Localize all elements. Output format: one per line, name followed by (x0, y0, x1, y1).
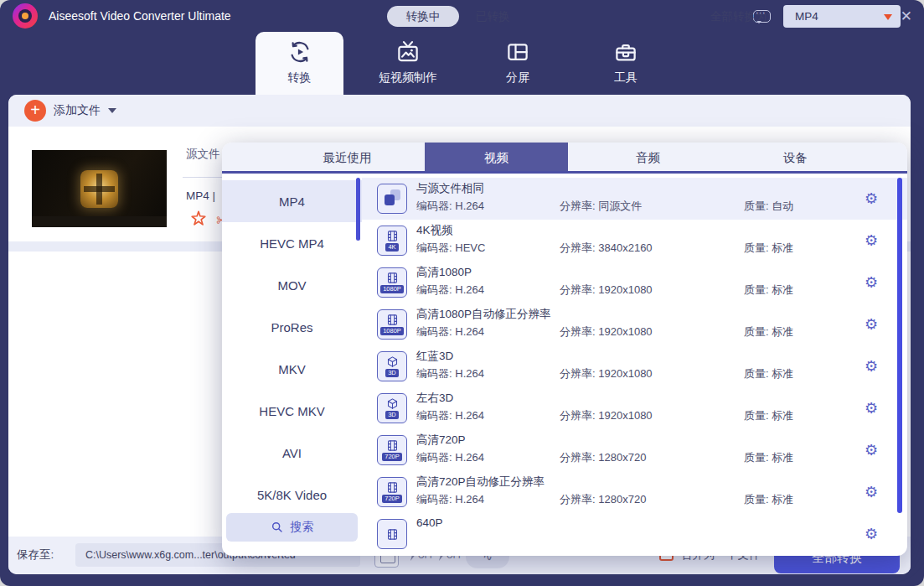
app-logo-icon (13, 3, 38, 29)
format-type-icon (377, 519, 407, 549)
format-option-row[interactable]: 720P 高清720P 编码器: H.264 分辨率: 1280x720 质量:… (362, 429, 907, 471)
chevron-down-icon (108, 108, 116, 117)
sidebar-format-item[interactable]: AVI (222, 432, 362, 474)
add-file-button[interactable]: + 添加文件 (24, 100, 116, 122)
format-type-icon: 4K (377, 226, 407, 256)
convert-icon (287, 39, 312, 65)
format-type-icon (377, 184, 407, 214)
tab-split-screen[interactable]: 分屏 (467, 32, 568, 95)
format-title: 高清720P (416, 433, 466, 448)
format-title: 红蓝3D (416, 349, 453, 364)
format-sidebar: MP4HEVC MP4MOVProResMKVHEVC MKVAVI5K/8K … (222, 174, 362, 556)
format-option-row[interactable]: 1080P 高清1080P自动修正分辨率 编码器: H.264 分辨率: 192… (362, 303, 907, 345)
format-type-icon: 720P (377, 435, 407, 465)
format-title: 高清720P自动修正分辨率 (416, 475, 545, 490)
gear-icon[interactable]: ⚙ (865, 189, 878, 207)
gear-icon[interactable]: ⚙ (865, 525, 878, 542)
popup-tab-device[interactable]: 设备 (724, 143, 867, 174)
format-type-icon: 720P (377, 477, 407, 507)
sidebar-format-item[interactable]: ProRes (222, 306, 362, 348)
format-option-row[interactable]: 720P 高清720P自动修正分辨率 编码器: H.264 分辨率: 1280x… (362, 471, 907, 513)
output-format-value: MP4 (795, 10, 884, 23)
format-list: 与源文件相同 编码器: H.264 分辨率: 同源文件 质量: 自动 ⚙ 4K … (362, 174, 907, 556)
format-option-row[interactable]: 3D 红蓝3D 编码器: H.264 分辨率: 1920x1080 质量: 标准… (362, 345, 907, 387)
format-picker-popup: 最近使用 视频 音频 设备 MP4HEVC MP4MOVProResMKVHEV… (222, 143, 907, 556)
format-type-icon: 1080P (377, 267, 407, 298)
thumbnail-emblem (80, 170, 118, 208)
format-option-row[interactable]: 1080P 高清1080P 编码器: H.264 分辨率: 1920x1080 … (362, 262, 907, 303)
thumbnail-bottom-bar (32, 216, 167, 227)
resolution-badge: 720P (382, 495, 402, 503)
sidebar-format-item[interactable]: MOV (222, 264, 362, 306)
format-title: 640P (416, 516, 443, 529)
format-option-row[interactable]: 3D 左右3D 编码器: H.264 分辨率: 1920x1080 质量: 标准… (362, 387, 907, 429)
plus-icon: + (24, 100, 46, 122)
list-scrollbar[interactable] (897, 178, 902, 513)
format-option-row[interactable]: 4K 4K视频 编码器: HEVC 分辨率: 3840x2160 质量: 标准 … (362, 220, 907, 262)
resolution-badge: 1080P (380, 327, 404, 335)
popup-tab-audio[interactable]: 音频 (576, 143, 720, 174)
add-file-label: 添加文件 (54, 103, 101, 118)
split-screen-icon (505, 39, 530, 65)
format-type-icon: 1080P (377, 309, 407, 340)
popup-tab-video[interactable]: 视频 (425, 143, 568, 174)
close-icon[interactable]: ✕ (901, 9, 912, 23)
sidebar-format-item[interactable]: MP4 (222, 180, 362, 222)
format-option-row[interactable]: 与源文件相同 编码器: H.264 分辨率: 同源文件 质量: 自动 ⚙ (362, 178, 907, 220)
save-to-label: 保存至: (17, 547, 54, 563)
tab-label: 分屏 (506, 70, 529, 86)
gear-icon[interactable]: ⚙ (865, 315, 878, 333)
app-window: Aiseesoft Video Converter Ultimate ✕ 转换 (0, 0, 924, 586)
sidebar-format-item[interactable]: MKV (222, 348, 362, 390)
tab-label: 短视频制作 (379, 70, 437, 86)
gear-icon[interactable]: ⚙ (865, 231, 878, 249)
mv-maker-icon (395, 39, 421, 65)
sidebar-scrollbar[interactable] (356, 178, 360, 241)
chevron-down-icon (884, 14, 892, 24)
format-type-icon: 3D (377, 393, 407, 423)
gear-icon[interactable]: ⚙ (865, 273, 878, 291)
gear-icon[interactable]: ⚙ (865, 441, 878, 459)
source-file-header: 源文件 (186, 147, 220, 162)
app-title: Aiseesoft Video Converter Ultimate (49, 9, 231, 23)
gear-icon[interactable]: ⚙ (865, 399, 878, 417)
search-icon (271, 521, 284, 534)
convert-all-label: 全部转换为: (710, 9, 770, 24)
divider (183, 177, 222, 178)
tab-label: 工具 (614, 70, 638, 86)
format-title: 左右3D (416, 391, 453, 406)
sidebar-format-item[interactable]: 5K/8K Video (222, 474, 362, 516)
search-label: 搜索 (291, 520, 314, 535)
sidebar-format-item[interactable]: HEVC MP4 (222, 222, 362, 264)
toolbox-icon (613, 39, 638, 65)
tab-convert[interactable]: 转换 (256, 32, 343, 95)
file-format-info: MP4 | (186, 189, 215, 202)
resolution-badge: 4K (385, 243, 398, 252)
format-option-row[interactable]: 640P ⚙ (362, 513, 907, 555)
search-button[interactable]: 搜索 (226, 513, 358, 542)
tab-mv-maker[interactable]: 短视频制作 (358, 32, 458, 95)
tab-converted[interactable]: 已转换 (476, 9, 510, 24)
format-title: 高清1080P自动修正分辨率 (416, 307, 551, 322)
format-title: 与源文件相同 (416, 181, 484, 196)
nav-tabs: 转换 短视频制作 分屏 工具 (0, 32, 924, 95)
gear-icon[interactable]: ⚙ (865, 357, 878, 375)
sidebar-format-item[interactable]: HEVC MKV (222, 390, 362, 432)
format-type-icon: 3D (377, 351, 407, 381)
resolution-badge: 720P (382, 453, 402, 461)
resolution-badge: 3D (385, 369, 399, 377)
tab-toolbox[interactable]: 工具 (576, 32, 676, 95)
effect-star-icon[interactable] (189, 210, 208, 228)
resolution-badge: 1080P (380, 285, 404, 293)
converting-label: 转换中 (406, 9, 441, 24)
popup-tab-recent[interactable]: 最近使用 (276, 143, 419, 174)
popup-tabstrip: 最近使用 视频 音频 设备 (222, 143, 907, 174)
format-title: 高清1080P (416, 265, 472, 280)
tab-label: 转换 (288, 70, 312, 86)
format-title: 4K视频 (416, 223, 453, 238)
tab-converting[interactable]: 转换中 (387, 6, 459, 27)
output-format-select[interactable]: MP4 (783, 5, 901, 28)
toolbar: + 添加文件 (8, 95, 911, 127)
video-thumbnail[interactable] (32, 150, 167, 227)
gear-icon[interactable]: ⚙ (865, 483, 878, 500)
